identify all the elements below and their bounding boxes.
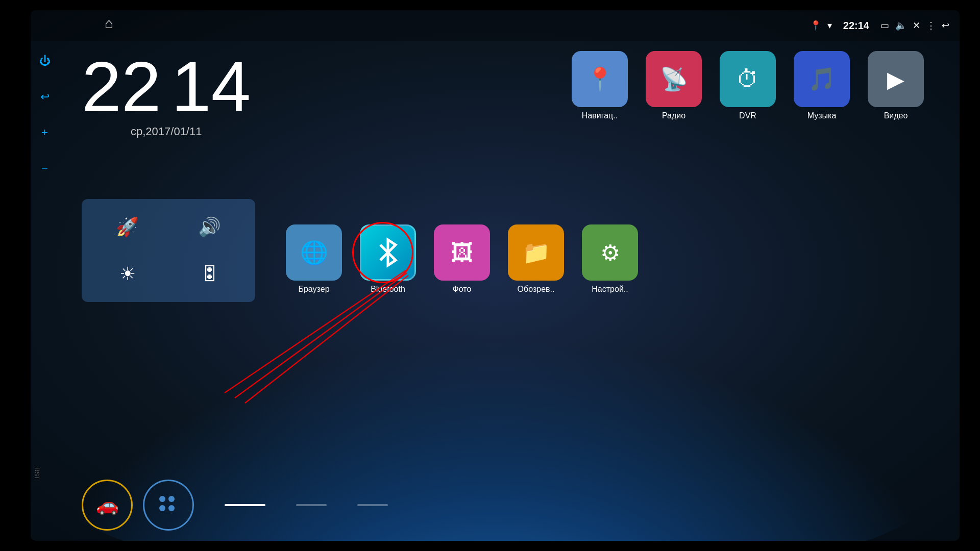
left-controls: ⏻ ↩ + − xyxy=(31,41,59,500)
close-icon[interactable]: ✕ xyxy=(913,20,920,31)
clock-minute: 14 xyxy=(172,51,251,122)
app-navigation[interactable]: 📍 Навигац.. xyxy=(567,51,633,120)
volume-down-button[interactable]: − xyxy=(35,158,55,179)
video-icon: ▶ xyxy=(868,51,924,107)
status-bar: ⌂ 📍 ▾ 22:14 ▭ 🔈 ✕ ⋮ ↩ xyxy=(31,10,960,41)
svg-point-5 xyxy=(159,505,165,511)
browser-icon: 🌐 xyxy=(286,224,342,281)
car-button[interactable]: 🚗 xyxy=(82,480,133,531)
power-button[interactable]: ⏻ xyxy=(35,51,55,71)
app-grid-row1: 📍 Навигац.. 📡 Радио ⏱ DVR 🎵 Музыка ▶ Вид… xyxy=(567,51,929,120)
volume-button[interactable]: 🔊 xyxy=(169,204,250,250)
dvr-icon: ⏱ xyxy=(720,51,776,107)
battery-icon: ▭ xyxy=(880,20,889,31)
page-dot-3 xyxy=(357,504,388,506)
app-dvr[interactable]: ⏱ DVR xyxy=(715,51,781,120)
svg-point-6 xyxy=(168,505,175,511)
brightness-button[interactable]: ☀ xyxy=(87,251,168,297)
navigation-icon: 📍 xyxy=(572,51,628,107)
home-button-top[interactable]: ⌂ xyxy=(105,15,113,32)
page-dot-1 xyxy=(225,504,265,506)
volume-icon: 🔈 xyxy=(895,20,906,31)
app-video[interactable]: ▶ Видео xyxy=(863,51,929,120)
equalizer-button[interactable]: 🎛 xyxy=(169,251,250,297)
bluetooth-icon xyxy=(360,224,416,281)
explorer-label: Обозрев.. xyxy=(518,285,555,294)
status-icons: 📍 ▾ 22:14 ▭ 🔈 ✕ ⋮ ↩ xyxy=(810,20,949,32)
settings-icon: ⚙ xyxy=(582,224,638,281)
music-label: Музыка xyxy=(807,111,837,120)
clock-time: 22 14 xyxy=(82,51,251,122)
app-settings[interactable]: ⚙ Настрой.. xyxy=(577,224,643,294)
page-dot-2 xyxy=(296,504,327,506)
app-browser[interactable]: 🌐 Браузер xyxy=(281,224,347,294)
status-time: 22:14 xyxy=(843,20,869,32)
quick-controls-panel: 🚀 🔊 ☀ 🎛 xyxy=(82,199,255,302)
menu-icon[interactable]: ⋮ xyxy=(926,20,936,31)
bottom-bar: 🚗 xyxy=(82,480,929,531)
navigation-label: Навигац.. xyxy=(582,111,618,120)
photos-icon: 🖼 xyxy=(434,224,490,281)
video-label: Видео xyxy=(884,111,908,120)
launch-button[interactable]: 🚀 xyxy=(87,204,168,250)
apps-button[interactable] xyxy=(143,480,194,531)
clock-date: ср,2017/01/11 xyxy=(82,125,251,138)
clock-widget: 22 14 ср,2017/01/11 xyxy=(82,51,251,138)
music-icon: 🎵 xyxy=(794,51,850,107)
svg-point-3 xyxy=(159,496,165,502)
svg-point-4 xyxy=(168,496,175,502)
app-bluetooth[interactable]: Bluetooth xyxy=(355,224,421,294)
app-photos[interactable]: 🖼 Фото xyxy=(429,224,495,294)
settings-label: Настрой.. xyxy=(592,285,628,294)
back-icon[interactable]: ↩ xyxy=(942,20,949,31)
app-radio[interactable]: 📡 Радио xyxy=(641,51,707,120)
radio-icon: 📡 xyxy=(646,51,702,107)
app-music[interactable]: 🎵 Музыка xyxy=(789,51,855,120)
volume-up-button[interactable]: + xyxy=(35,122,55,143)
back-button-left[interactable]: ↩ xyxy=(35,87,55,107)
bluetooth-label: Bluetooth xyxy=(371,285,405,294)
explorer-icon: 📁 xyxy=(508,224,564,281)
app-grid-row2: 🌐 Браузер Bluetooth 🖼 Фото 📁 Обозрев.. ⚙… xyxy=(281,224,643,294)
clock-hour: 22 xyxy=(82,51,161,122)
wifi-icon: ▾ xyxy=(827,20,832,31)
location-icon: 📍 xyxy=(810,20,821,31)
radio-label: Радио xyxy=(662,111,685,120)
page-indicators xyxy=(225,504,388,506)
app-explorer[interactable]: 📁 Обозрев.. xyxy=(503,224,569,294)
dvr-label: DVR xyxy=(739,111,756,120)
main-screen: ⌂ 📍 ▾ 22:14 ▭ 🔈 ✕ ⋮ ↩ ⏻ ↩ + − 22 14 ср,2… xyxy=(31,10,960,541)
browser-label: Браузер xyxy=(298,285,329,294)
photos-label: Фото xyxy=(453,285,472,294)
